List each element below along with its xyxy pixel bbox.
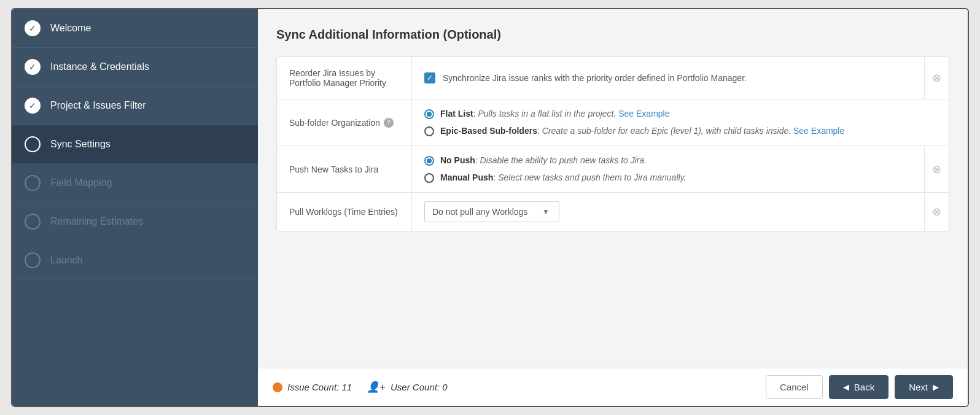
reorder-value-cell: ✓ Synchronize Jira issue ranks with the …	[412, 57, 924, 99]
reorder-row-action[interactable]: ⊗	[924, 57, 949, 99]
sidebar-item-project-issues-filter[interactable]: ✓ Project & Issues Filter	[12, 87, 258, 125]
no-push-radio-text: No Push: Disable the ability to push new…	[440, 155, 647, 167]
project-issues-filter-step-icon: ✓	[25, 98, 41, 114]
push-tasks-close-icon: ⊗	[932, 163, 941, 176]
worklogs-row-action[interactable]: ⊗	[924, 193, 949, 231]
form-row-push-tasks: Push New Tasks to Jira No Push: Disable …	[277, 146, 949, 193]
issue-count-icon	[273, 382, 282, 392]
close-circle-icon: ⊗	[932, 71, 941, 85]
footer: Issue Count: 11 👤+ User Count: 0 Cancel …	[258, 368, 968, 406]
push-tasks-radio-manual[interactable]: Manual Push: Select new tasks and push t…	[424, 172, 686, 184]
sidebar: ✓ Welcome ✓ Instance & Credentials ✓ Pro…	[12, 9, 258, 406]
form-row-reorder: Reorder Jira Issues by Portfolio Manager…	[277, 57, 949, 99]
reorder-label: Reorder Jira Issues by Portfolio Manager…	[277, 57, 412, 99]
sidebar-item-launch: Launch	[12, 241, 258, 280]
worklogs-close-icon: ⊗	[932, 205, 941, 219]
footer-left: Issue Count: 11 👤+ User Count: 0	[273, 381, 766, 394]
push-tasks-value-cell: No Push: Disable the ability to push new…	[412, 146, 924, 192]
next-button[interactable]: Next ▶	[895, 375, 953, 399]
sidebar-item-project-issues-filter-label: Project & Issues Filter	[50, 100, 146, 111]
subfolder-radio-epic-btn[interactable]	[424, 126, 434, 136]
form-row-worklogs: Pull Worklogs (Time Entries) Do not pull…	[277, 193, 949, 231]
sidebar-item-welcome[interactable]: ✓ Welcome	[12, 9, 258, 48]
instance-credentials-step-icon: ✓	[25, 59, 41, 75]
subfolder-radio-epic[interactable]: Epic-Based Sub-folders: Create a sub-fol…	[424, 125, 844, 138]
footer-right: Cancel ◀ Back Next ▶	[766, 375, 953, 399]
epic-based-see-example-link[interactable]: See Example	[793, 126, 844, 136]
back-button[interactable]: ◀ Back	[829, 375, 889, 399]
issue-count-stat: Issue Count: 11	[273, 382, 352, 392]
form-table: Reorder Jira Issues by Portfolio Manager…	[276, 56, 949, 231]
flat-list-see-example-link[interactable]: See Example	[618, 109, 669, 118]
welcome-step-icon: ✓	[25, 20, 41, 36]
worklogs-label: Pull Worklogs (Time Entries)	[277, 193, 412, 231]
launch-step-icon	[25, 252, 41, 268]
subfolder-value-cell: Flat List: Pulls tasks in a flat list in…	[412, 99, 949, 145]
manual-push-radio-btn[interactable]	[424, 173, 434, 183]
reorder-checkbox-text: Synchronize Jira issue ranks with the pr…	[443, 73, 747, 83]
manual-push-radio-text: Manual Push: Select new tasks and push t…	[440, 172, 686, 184]
back-arrow-icon: ◀	[843, 382, 849, 392]
user-count-stat: 👤+ User Count: 0	[367, 381, 447, 394]
no-push-radio-btn[interactable]	[424, 156, 434, 166]
subfolder-radio-epic-text: Epic-Based Sub-folders: Create a sub-fol…	[440, 125, 844, 138]
main-area: ✓ Welcome ✓ Instance & Credentials ✓ Pro…	[12, 9, 968, 406]
content-area: Sync Additional Information (Optional) R…	[258, 9, 968, 406]
worklogs-dropdown[interactable]: Do not pull any Worklogs Pull all Worklo…	[424, 201, 559, 222]
sidebar-item-field-mapping-label: Field Mapping	[50, 177, 112, 188]
cancel-button[interactable]: Cancel	[766, 375, 823, 399]
push-tasks-row-action[interactable]: ⊗	[924, 146, 949, 192]
form-row-subfolder: Sub-folder Organization ? Flat List: Pul…	[277, 99, 949, 146]
sidebar-item-remaining-estimates-label: Remaining Estimates	[50, 216, 143, 227]
push-tasks-radio-no-push[interactable]: No Push: Disable the ability to push new…	[424, 155, 647, 167]
sidebar-item-remaining-estimates: Remaining Estimates	[12, 203, 258, 241]
sidebar-item-sync-settings-label: Sync Settings	[50, 139, 111, 150]
section-title: Sync Additional Information (Optional)	[276, 28, 949, 42]
sidebar-item-sync-settings[interactable]: Sync Settings	[12, 125, 258, 164]
subfolder-help-icon[interactable]: ?	[384, 118, 394, 128]
subfolder-radio-flat[interactable]: Flat List: Pulls tasks in a flat list in…	[424, 108, 670, 120]
main-window: ✓ Welcome ✓ Instance & Credentials ✓ Pro…	[11, 8, 969, 407]
user-count-label: User Count: 0	[391, 382, 448, 392]
sidebar-item-launch-label: Launch	[50, 255, 83, 266]
worklogs-dropdown-wrap: Do not pull any Worklogs Pull all Worklo…	[424, 201, 554, 222]
sidebar-item-field-mapping: Field Mapping	[12, 164, 258, 203]
worklogs-value-cell: Do not pull any Worklogs Pull all Worklo…	[412, 193, 924, 231]
checkmark-icon: ✓	[427, 74, 433, 82]
subfolder-label: Sub-folder Organization ?	[277, 99, 412, 145]
user-count-icon: 👤+	[367, 381, 386, 394]
subfolder-radio-flat-btn[interactable]	[424, 109, 434, 119]
sidebar-item-instance-credentials[interactable]: ✓ Instance & Credentials	[12, 48, 258, 87]
subfolder-radio-flat-text: Flat List: Pulls tasks in a flat list in…	[440, 108, 670, 120]
issue-count-label: Issue Count: 11	[287, 382, 352, 392]
next-arrow-icon: ▶	[933, 382, 939, 392]
sync-settings-step-icon	[25, 136, 41, 152]
sidebar-item-welcome-label: Welcome	[50, 23, 91, 34]
push-tasks-label: Push New Tasks to Jira	[277, 146, 412, 192]
remaining-estimates-step-icon	[25, 214, 41, 230]
sidebar-item-instance-credentials-label: Instance & Credentials	[50, 61, 149, 72]
reorder-checkbox-wrap: ✓ Synchronize Jira issue ranks with the …	[424, 72, 747, 83]
field-mapping-step-icon	[25, 175, 41, 191]
content-body: Sync Additional Information (Optional) R…	[258, 9, 968, 368]
reorder-checkbox[interactable]: ✓	[424, 72, 435, 83]
